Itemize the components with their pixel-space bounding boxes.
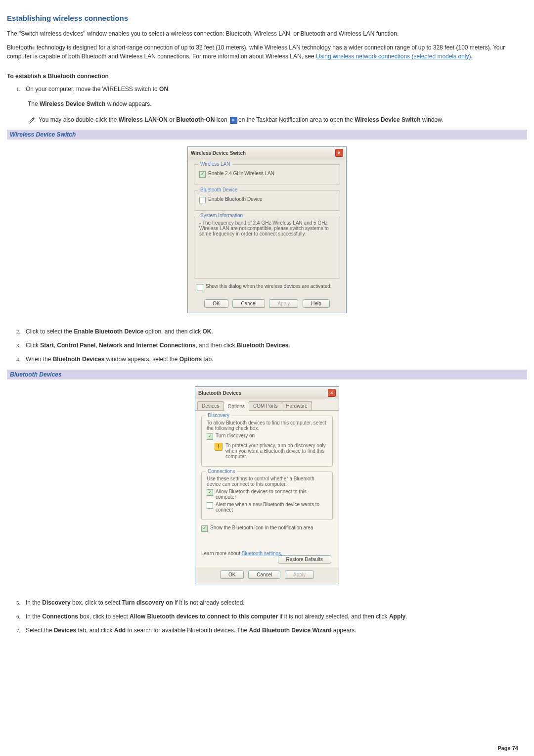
intro-para-2: Bluetooth® technology is designed for a … bbox=[7, 43, 527, 61]
close-icon[interactable]: × bbox=[328, 389, 336, 397]
group-wireless-lan: Wireless LAN bbox=[198, 161, 232, 167]
dialog1-title: Wireless Device Switch bbox=[191, 150, 333, 156]
label-enable-wlan: Enable 2.4 GHz Wireless LAN bbox=[208, 171, 274, 176]
dialog2-title: Bluetooth Devices bbox=[198, 390, 326, 396]
discovery-warning: To protect your privacy, turn on discove… bbox=[225, 443, 327, 459]
close-icon[interactable]: × bbox=[335, 149, 343, 157]
label-enable-bluetooth: Enable Bluetooth Device bbox=[208, 196, 263, 202]
step-1: On your computer, move the WIRELESS swit… bbox=[22, 86, 527, 93]
tab-com-ports[interactable]: COM Ports bbox=[249, 401, 282, 410]
label-allow-connect: Allow Bluetooth devices to connect to th… bbox=[216, 489, 327, 500]
page-title: Establishing wireless connections bbox=[7, 14, 527, 22]
restore-defaults-button[interactable]: Restore Defaults bbox=[278, 555, 331, 564]
ok-button[interactable]: OK bbox=[220, 570, 244, 579]
system-info-text: - The frequency band of 2.4 GHz Wireless… bbox=[199, 220, 335, 236]
page-number: Page 74 bbox=[497, 745, 518, 751]
tab-options[interactable]: Options bbox=[223, 402, 249, 411]
checkbox-enable-bluetooth[interactable] bbox=[199, 197, 206, 203]
note: You may also double-click the Wireless L… bbox=[28, 115, 527, 125]
checkbox-turn-discovery-on[interactable] bbox=[207, 433, 213, 440]
checkbox-show-dialog[interactable] bbox=[197, 284, 203, 290]
group-bluetooth: Bluetooth Device bbox=[198, 187, 240, 192]
step-5: In the Discovery box, click to select Tu… bbox=[22, 599, 527, 606]
discovery-desc: To allow Bluetooth devices to find this … bbox=[207, 420, 327, 431]
wireless-lan-link[interactable]: Using wireless network connections (sele… bbox=[316, 53, 473, 60]
group-discovery: Discovery bbox=[206, 413, 231, 418]
dialog-wireless-device-switch: Wireless Device Switch× Wireless LAN Ena… bbox=[187, 146, 347, 313]
note-icon bbox=[28, 117, 36, 124]
taskbar-icon bbox=[230, 117, 237, 124]
intro-para-1: The "Switch wireless devices" window ena… bbox=[7, 29, 527, 38]
ok-button[interactable]: OK bbox=[204, 299, 228, 308]
tab-devices[interactable]: Devices bbox=[197, 401, 224, 410]
label-turn-discovery-on: Turn discovery on bbox=[216, 433, 255, 438]
figure-caption-1: Wireless Device Switch bbox=[7, 130, 527, 140]
apply-button[interactable]: Apply bbox=[269, 299, 298, 308]
step-7: Select the Devices tab, and click Add to… bbox=[22, 627, 527, 634]
step-4: When the Bluetooth Devices window appear… bbox=[22, 356, 527, 363]
checkbox-allow-connect[interactable] bbox=[207, 489, 213, 496]
checkbox-alert-new[interactable] bbox=[207, 502, 213, 509]
connections-desc: Use these settings to control whether a … bbox=[207, 476, 327, 487]
label-alert-new: Alert me when a new Bluetooth device wan… bbox=[216, 502, 327, 513]
label-show-icon: Show the Bluetooth icon in the notificat… bbox=[210, 525, 313, 530]
warning-icon bbox=[215, 443, 222, 451]
group-system-info: System Information bbox=[198, 213, 245, 218]
learn-more-text: Learn more about bbox=[201, 551, 242, 556]
step-2: Click to select the Enable Bluetooth Dev… bbox=[22, 328, 527, 335]
figure-caption-2: Bluetooth Devices bbox=[7, 370, 527, 379]
checkbox-show-icon[interactable] bbox=[201, 525, 208, 532]
tab-hardware[interactable]: Hardware bbox=[282, 401, 312, 410]
dialog-bluetooth-devices: Bluetooth Devices× Devices Options COM P… bbox=[195, 386, 339, 584]
help-button[interactable]: Help bbox=[303, 299, 330, 308]
checkbox-enable-wlan[interactable] bbox=[199, 171, 206, 178]
step-6: In the Connections box, click to select … bbox=[22, 613, 527, 620]
apply-button[interactable]: Apply bbox=[285, 570, 314, 579]
step-1-sub: The Wireless Device Switch window appear… bbox=[28, 99, 527, 108]
section-heading-bluetooth: To establish a Bluetooth connection bbox=[7, 73, 527, 80]
label-show-dialog: Show this dialog when the wireless devic… bbox=[206, 284, 332, 289]
cancel-button[interactable]: Cancel bbox=[248, 570, 280, 579]
group-connections: Connections bbox=[206, 469, 237, 474]
learn-more-link[interactable]: Bluetooth settings. bbox=[242, 551, 282, 556]
cancel-button[interactable]: Cancel bbox=[232, 299, 265, 308]
step-3: Click Start, Control Panel, Network and … bbox=[22, 342, 527, 349]
